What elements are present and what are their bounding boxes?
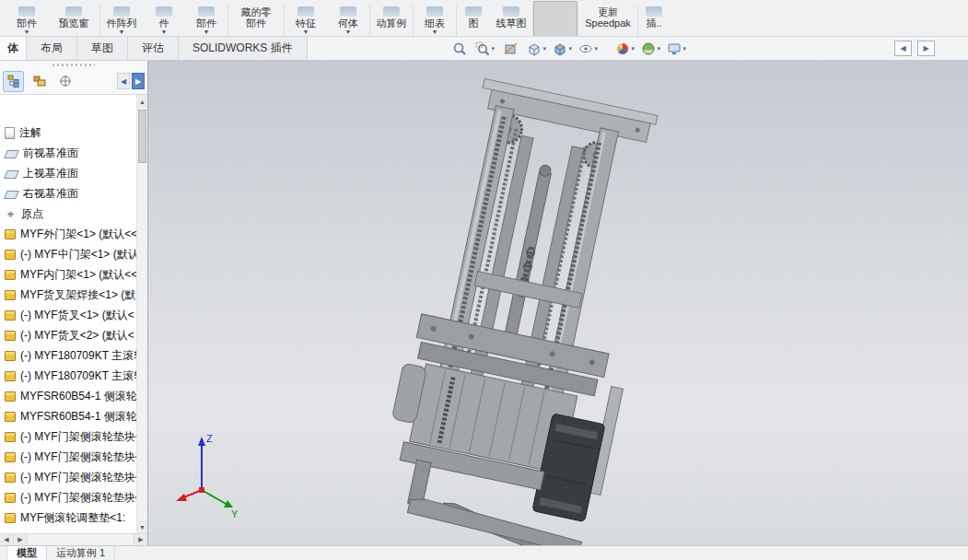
view-settings-icon[interactable] — [665, 39, 689, 59]
graphics-area[interactable]: Z Y — [148, 61, 968, 545]
ribbon-item-label: 插.. — [646, 18, 661, 29]
grip-dots-icon — [52, 64, 95, 66]
tree-vertical-scrollbar[interactable]: ▲ ▼ — [136, 95, 147, 533]
ribbon-item-assembly-features[interactable]: 特征 ▼ — [285, 0, 327, 36]
ribbon-item-label: 线草图 — [496, 18, 527, 29]
tab-layout[interactable]: 布局 — [27, 37, 77, 60]
statusbar-grip — [0, 546, 7, 560]
scroll-down-icon[interactable]: ▼ — [137, 520, 147, 533]
hide-show-items-icon[interactable] — [577, 39, 601, 59]
collapse-left-button[interactable]: ◀ — [894, 41, 912, 56]
ribbon-item-fasteners[interactable]: 件 ▼ — [143, 0, 185, 36]
tree-item-front-plane[interactable]: 前视基准面 — [0, 143, 136, 163]
panel-splitter-grip[interactable] — [0, 61, 147, 68]
ribbon-item-truncated[interactable]: 插.. — [638, 0, 670, 36]
tree-item-component[interactable]: MYF内门架<1> (默认<< — [0, 264, 136, 285]
ribbon-item-preview-window[interactable]: 预览窗 — [48, 0, 99, 36]
scroll-up-icon[interactable]: ▲ — [137, 95, 147, 108]
command-tab-band: 体 布局 草图 评估 SOLIDWORKS 插件 — [0, 37, 968, 61]
tab-assembly[interactable]: 体 — [0, 37, 27, 60]
panel-tab-scroll-left[interactable]: ◀ — [117, 73, 130, 89]
tree-item-label: 上视基准面 — [23, 166, 78, 181]
scroll-left-icon[interactable]: ◀ — [0, 534, 14, 545]
model-tab[interactable]: 模型 — [7, 546, 47, 560]
tree-item-component[interactable]: MYF侧滚轮调整垫<1: — [0, 508, 136, 528]
ribbon-item-label: 图 — [469, 18, 479, 29]
apply-scene-icon[interactable] — [639, 39, 663, 59]
tab-evaluate[interactable]: 评估 — [128, 37, 179, 60]
zoom-to-area-icon[interactable] — [473, 39, 497, 59]
tree-item-component[interactable]: (-) MYF门架侧滚轮垫块< — [0, 426, 136, 447]
tree-item-label: 右视基准面 — [23, 186, 78, 202]
motion-study-tab[interactable]: 运动算例 1 — [47, 546, 115, 560]
ribbon-item-update-speedpak[interactable]: 更新 Speedpak — [578, 0, 637, 36]
triad-z-label: Z — [206, 433, 213, 444]
tree-item-component[interactable]: MYF外门架<1> (默认<< — [0, 224, 136, 244]
tree-item-component[interactable]: MYF货叉架焊接<1> (默 — [0, 285, 136, 305]
ribbon-item-label: 特征 — [296, 18, 316, 29]
tree-item-component[interactable]: MYFSR60B54-1 侧滚轮 — [0, 406, 136, 426]
configuration-manager-tab[interactable] — [29, 71, 50, 92]
feature-tree: 注解 前视基准面 上视基准面 右视基准面 ⌖原点 MYF外门架<1> (默认<<… — [0, 95, 147, 533]
model-3d-forklift-mast[interactable] — [148, 61, 968, 545]
ribbon-item-insert-component[interactable]: 部件 ▼ — [6, 0, 48, 36]
tree-item-component[interactable]: (-) MYF货叉<2> (默认< — [0, 325, 136, 345]
scrollbar-thumb[interactable] — [138, 110, 146, 163]
tree-item-right-plane[interactable]: 右视基准面 — [0, 183, 136, 204]
display-manager-tab[interactable] — [54, 71, 76, 92]
tab-solidworks-addins[interactable]: SOLIDWORKS 插件 — [179, 37, 308, 60]
tree-item-component[interactable]: (-) MYF中门架<1> (默认 — [0, 244, 136, 264]
edit-appearance-icon[interactable] — [613, 39, 637, 59]
toolbar-icon — [340, 6, 356, 17]
panel-tab-scroll-right[interactable]: ▶ — [132, 73, 145, 89]
tree-item-component[interactable]: (-) MYF货叉<1> (默认< — [0, 305, 136, 325]
ribbon-item-exploded-view[interactable]: 图 — [457, 0, 490, 36]
tree-item-label: (-) MYF门架侧滚轮垫块< — [20, 449, 136, 465]
ribbon-item-explode-line-sketch[interactable]: 线草图 — [490, 0, 532, 36]
ribbon-item-label: 细表 — [425, 18, 445, 29]
ribbon-item-new-motion-study[interactable]: 动算例 — [370, 0, 413, 36]
component-icon — [5, 452, 16, 462]
ribbon-item-bill-of-materials[interactable]: 细表 ▼ — [414, 0, 456, 36]
tree-item-label: (-) MYF门架侧滚轮垫块< — [20, 470, 136, 485]
tree-item-label: MYF侧滚轮调整垫<1: — [20, 510, 125, 526]
section-view-icon[interactable] — [499, 39, 523, 59]
collapse-right-button[interactable]: ▶ — [917, 41, 935, 56]
scroll-right-end-icon[interactable]: ▶ — [134, 534, 147, 545]
scrollbar-track[interactable] — [28, 534, 134, 545]
tree-item-component[interactable]: (-) MYF门架侧滚轮垫块< — [0, 487, 136, 508]
ribbon-item-component-pattern[interactable]: 件阵列 ▼ — [100, 0, 143, 36]
view-orientation-icon[interactable] — [525, 39, 549, 59]
tree-item-label: (-) MYF180709KT 主滚轮 — [20, 348, 136, 364]
tree-item-component[interactable]: (-) MYF门架侧滚轮垫块< — [0, 467, 136, 487]
feature-manager-panel: ◀ ▶ 注解 前视基准面 上视基准面 右视基准面 ⌖原点 MYF外门架<1> (… — [0, 61, 148, 545]
scroll-right-icon[interactable]: ▶ — [14, 534, 28, 545]
tree-horizontal-scrollbar[interactable]: ◀ ▶ ▶ — [0, 533, 147, 545]
tree-item-label: MYF外门架<1> (默认<< — [20, 227, 136, 242]
ribbon-item-label: Speedpak — [585, 18, 631, 29]
command-manager-ribbon: 部件 ▼ 预览窗 件阵列 ▼ 件 ▼ 部件 ▼ 藏的零 部件 特征 ▼ 何体 ▼ — [0, 0, 968, 37]
ribbon-item-reference-geometry[interactable]: 何体 ▼ — [327, 0, 369, 36]
tree-item-label: (-) MYF门架侧滚轮垫块< — [20, 490, 136, 506]
ribbon-item-label: 藏的零 — [241, 6, 272, 18]
tree-item-label: (-) MYF中门架<1> (默认 — [20, 247, 136, 262]
tab-sketch[interactable]: 草图 — [77, 37, 128, 60]
tree-item-component[interactable]: (-) MYF门架侧滚轮垫块< — [0, 447, 136, 467]
toolbar-icon — [503, 6, 519, 17]
component-icon — [5, 270, 16, 280]
tree-item-origin[interactable]: ⌖原点 — [0, 204, 136, 224]
tree-item-label: MYF货叉架焊接<1> (默 — [20, 287, 135, 303]
ribbon-item-show-hidden-components[interactable]: 藏的零 部件 — [228, 0, 284, 36]
component-icon — [5, 412, 16, 422]
feature-manager-tab[interactable] — [3, 71, 24, 92]
zoom-to-fit-icon[interactable] — [448, 39, 472, 59]
ribbon-item-move-component[interactable]: 部件 ▼ — [185, 0, 227, 36]
display-style-icon[interactable] — [551, 39, 575, 59]
crosshair-circle-icon — [58, 74, 73, 88]
tree-item-top-plane[interactable]: 上视基准面 — [0, 163, 136, 183]
tree-item-component[interactable]: MYFSR60B54-1 侧滚轮 — [0, 386, 136, 406]
tree-item-annotations[interactable]: 注解 — [0, 122, 136, 143]
tree-item-component[interactable]: (-) MYF180709KT 主滚轮 — [0, 345, 136, 366]
tree-item-component[interactable]: (-) MYF180709KT 主滚轮 — [0, 366, 136, 386]
instant3d-toggle[interactable] — [533, 1, 577, 36]
